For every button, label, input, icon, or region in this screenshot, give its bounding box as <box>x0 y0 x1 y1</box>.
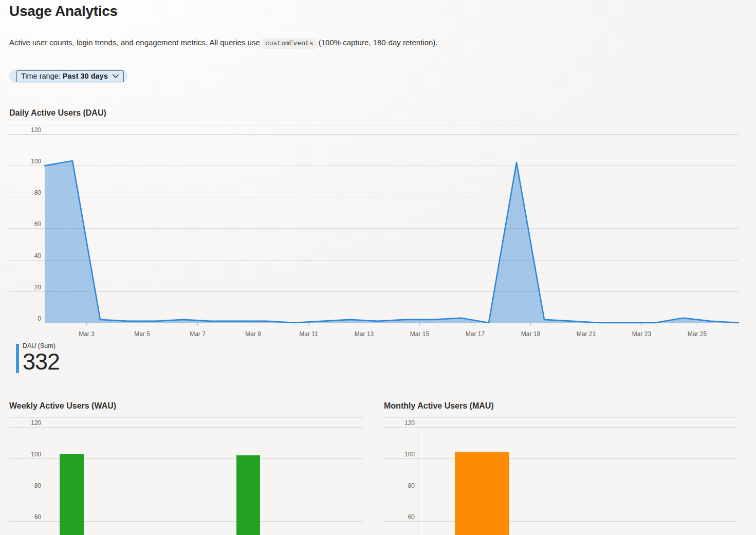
area-series-fill <box>45 161 739 323</box>
wau-chart: 6080100120 <box>9 418 363 535</box>
x-tick-label: Mar 21 <box>577 330 596 338</box>
x-tick-label: Mar 5 <box>134 330 150 338</box>
bar <box>60 454 84 535</box>
time-range-label: Time range: <box>21 72 61 80</box>
bar <box>455 452 509 535</box>
time-range-dropdown-inner: Time range: Past 30 days <box>16 70 124 82</box>
y-axis-label: 80 <box>408 482 415 489</box>
y-axis-label: 60 <box>34 220 42 228</box>
y-axis-label: 100 <box>31 158 41 165</box>
x-tick-label: Mar 25 <box>688 330 707 338</box>
y-axis-label: 60 <box>408 513 415 521</box>
dau-sum-stat: DAU (Sum) 332 <box>16 342 60 374</box>
area-series-line <box>45 161 739 323</box>
stat-value: 332 <box>23 350 60 374</box>
code-chip-customevents: customEvents <box>262 39 317 49</box>
time-range-dropdown[interactable]: Time range: Past 30 days <box>9 69 127 83</box>
x-tick-label: Mar 17 <box>466 330 485 338</box>
y-axis-label: 100 <box>404 451 415 458</box>
bar <box>236 455 260 535</box>
section-title-wau: Weekly Active Users (WAU) <box>9 401 116 411</box>
x-tick-label: Mar 9 <box>245 330 261 338</box>
y-axis-label: 80 <box>34 189 42 196</box>
y-axis-label: 60 <box>34 513 42 521</box>
usage-analytics-page: 020406080100120Mar 3Mar 5Mar 7Mar 9Mar 1… <box>0 0 756 535</box>
description-text-after: (100% capture, 180-day retention). <box>317 38 438 47</box>
dau-chart: 020406080100120Mar 3Mar 5Mar 7Mar 9Mar 1… <box>9 125 739 338</box>
time-range-value: Past 30 days <box>63 72 108 80</box>
x-tick-label: Mar 7 <box>190 330 206 338</box>
y-axis-label: 20 <box>34 284 42 291</box>
page-title: Usage Analytics <box>9 3 118 20</box>
page-description: Active user counts, login trends, and en… <box>9 38 438 47</box>
x-tick-label: Mar 15 <box>410 330 430 338</box>
x-tick-label: Mar 3 <box>79 330 95 338</box>
stat-marker-bar <box>16 344 19 373</box>
y-axis-label: 120 <box>31 126 41 134</box>
x-tick-label: Mar 19 <box>521 330 541 338</box>
x-tick-label: Mar 13 <box>355 330 374 338</box>
description-text-before: Active user counts, login trends, and en… <box>9 38 262 47</box>
x-tick-label: Mar 11 <box>299 330 318 338</box>
y-axis-label: 120 <box>404 419 415 427</box>
y-axis-label: 0 <box>38 315 41 322</box>
chevron-down-icon <box>112 74 119 79</box>
mau-chart: 6080100120 <box>383 418 737 535</box>
y-axis-label: 120 <box>31 419 41 427</box>
x-tick-label: Mar 23 <box>632 330 652 338</box>
section-title-mau: Monthly Active Users (MAU) <box>384 401 494 411</box>
y-axis-label: 100 <box>31 451 41 458</box>
y-axis-label: 80 <box>34 482 42 489</box>
section-title-dau: Daily Active Users (DAU) <box>9 108 106 118</box>
y-axis-label: 40 <box>34 252 42 260</box>
